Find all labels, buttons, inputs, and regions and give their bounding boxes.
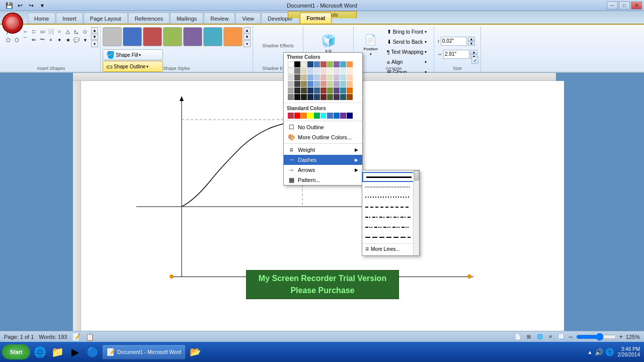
swatch-orange[interactable]	[223, 27, 243, 46]
theme-color-0-1[interactable]	[294, 61, 300, 67]
size-height-input[interactable]	[441, 37, 467, 46]
theme-color-5-9[interactable]	[347, 94, 353, 100]
scroll-thumb[interactable]	[414, 170, 419, 180]
theme-color-4-5[interactable]	[320, 87, 327, 94]
theme-color-3-5[interactable]	[320, 81, 327, 87]
dash-dash-dot-dot[interactable]	[362, 222, 419, 232]
triangle-shape[interactable]: △	[64, 27, 72, 35]
tab-insert[interactable]: Insert	[56, 13, 83, 24]
std-color-4[interactable]	[314, 113, 320, 119]
view-fullscreen-btn[interactable]: ⊞	[525, 333, 532, 340]
zoom-out-btn[interactable]: ─	[569, 333, 573, 340]
more-shape[interactable]: ▾	[81, 36, 89, 44]
theme-color-1-5[interactable]	[320, 68, 327, 74]
office-orb[interactable]	[0, 11, 25, 35]
swatch-teal[interactable]	[203, 27, 222, 46]
taskbar-media[interactable]: ▶	[67, 344, 83, 360]
theme-color-4-4[interactable]	[314, 87, 320, 94]
office-button[interactable]	[2, 13, 23, 34]
shapes-dropdown[interactable]: ▾	[91, 40, 98, 47]
dash-dotted-fine[interactable]	[362, 182, 419, 192]
theme-color-0-4[interactable]	[314, 61, 320, 67]
star4-shape[interactable]: ✦	[55, 36, 63, 44]
freeform-shape[interactable]: ✏	[30, 36, 38, 44]
tab-mailings[interactable]: Mailings	[170, 13, 203, 24]
swatch-blue[interactable]	[123, 27, 142, 46]
std-color-9[interactable]	[347, 113, 353, 119]
theme-color-2-0[interactable]	[288, 74, 294, 80]
customize-btn[interactable]: ▾	[37, 1, 47, 10]
std-color-8[interactable]	[340, 113, 346, 119]
std-color-1[interactable]	[294, 113, 300, 119]
std-color-3[interactable]	[307, 113, 313, 119]
theme-color-5-1[interactable]	[294, 94, 300, 100]
dash-dash-dot[interactable]	[362, 212, 419, 222]
theme-color-5-4[interactable]	[314, 94, 320, 100]
height-spin-up[interactable]: ▲	[468, 37, 475, 41]
theme-color-3-7[interactable]	[334, 81, 340, 87]
std-color-5[interactable]	[320, 113, 327, 119]
diamond-shape[interactable]: ◇	[81, 27, 89, 35]
std-color-7[interactable]	[334, 113, 340, 119]
theme-color-5-3[interactable]	[307, 94, 313, 100]
maximize-btn[interactable]: □	[619, 2, 630, 10]
minimize-btn[interactable]: ─	[607, 2, 618, 10]
track-changes-icon[interactable]: 📋	[86, 333, 94, 341]
theme-color-4-0[interactable]	[288, 87, 294, 94]
save-btn[interactable]: 💾	[4, 1, 14, 10]
close-btn[interactable]: ✕	[631, 2, 642, 10]
theme-color-2-7[interactable]	[334, 74, 340, 80]
theme-color-0-7[interactable]	[334, 61, 340, 67]
theme-color-0-8[interactable]	[340, 61, 346, 67]
theme-color-0-0[interactable]	[288, 61, 294, 67]
theme-color-1-2[interactable]	[301, 68, 307, 74]
theme-color-1-6[interactable]	[327, 68, 333, 74]
text-wrapping-btn[interactable]: ¶ Text Wrapping ▾	[385, 47, 429, 57]
taskbar-folder2[interactable]: 📂	[187, 344, 203, 360]
swatch-green[interactable]	[163, 27, 182, 46]
swatches-scroll-up[interactable]: ▲	[244, 27, 251, 33]
theme-color-3-6[interactable]	[327, 81, 333, 87]
rect-shape[interactable]: □	[30, 27, 38, 35]
dashes-scrollbar[interactable]	[413, 170, 419, 255]
view-web-btn[interactable]: 🌐	[535, 333, 544, 340]
theme-color-4-8[interactable]	[340, 87, 346, 94]
theme-color-4-2[interactable]	[301, 87, 307, 94]
snip-rect-shape[interactable]: ⬜	[47, 27, 55, 35]
theme-color-0-5[interactable]	[320, 61, 327, 67]
redo-btn[interactable]: ↪	[26, 1, 36, 10]
theme-color-3-3[interactable]	[307, 81, 313, 87]
hexagon-shape[interactable]: ⬡	[13, 36, 21, 44]
scribble-shape[interactable]: 〜	[38, 36, 46, 44]
theme-color-2-9[interactable]	[347, 74, 353, 80]
plus-shape[interactable]: +	[47, 36, 55, 44]
send-to-back-btn[interactable]: ⬇ Send to Back ▾	[385, 37, 429, 47]
theme-color-3-0[interactable]	[288, 81, 294, 87]
swatch-purple[interactable]	[183, 27, 202, 46]
theme-color-4-1[interactable]	[294, 87, 300, 94]
width-spin-up[interactable]: ▲	[470, 50, 477, 54]
taskbar-word-btn[interactable]: 📝 Document1 - Microsoft Word	[102, 344, 186, 359]
start-button[interactable]: Start	[2, 344, 30, 359]
theme-color-5-0[interactable]	[288, 94, 294, 100]
callout-shape[interactable]: 💬	[72, 36, 80, 44]
tab-review[interactable]: Review	[204, 13, 235, 24]
size-width-input[interactable]	[443, 50, 469, 59]
theme-color-4-7[interactable]	[334, 87, 340, 94]
view-outline-btn[interactable]: ≡	[547, 333, 553, 340]
swatches-scroll-down[interactable]: ▼	[244, 34, 251, 40]
theme-color-0-9[interactable]	[347, 61, 353, 67]
dashes-item[interactable]: ╌ Dashes ▶	[284, 155, 362, 165]
theme-color-1-9[interactable]	[347, 68, 353, 74]
theme-color-1-3[interactable]	[307, 68, 313, 74]
theme-color-1-7[interactable]	[334, 68, 340, 74]
theme-color-1-0[interactable]	[288, 68, 294, 74]
theme-color-2-3[interactable]	[307, 74, 313, 80]
theme-color-2-4[interactable]	[314, 74, 320, 80]
theme-color-3-4[interactable]	[314, 81, 320, 87]
shapes-scroll-down[interactable]: ▼	[91, 34, 98, 40]
std-color-6[interactable]	[327, 113, 333, 119]
theme-color-3-9[interactable]	[347, 81, 353, 87]
view-draft-btn[interactable]: 📃	[556, 333, 566, 340]
theme-color-0-2[interactable]	[301, 61, 307, 67]
